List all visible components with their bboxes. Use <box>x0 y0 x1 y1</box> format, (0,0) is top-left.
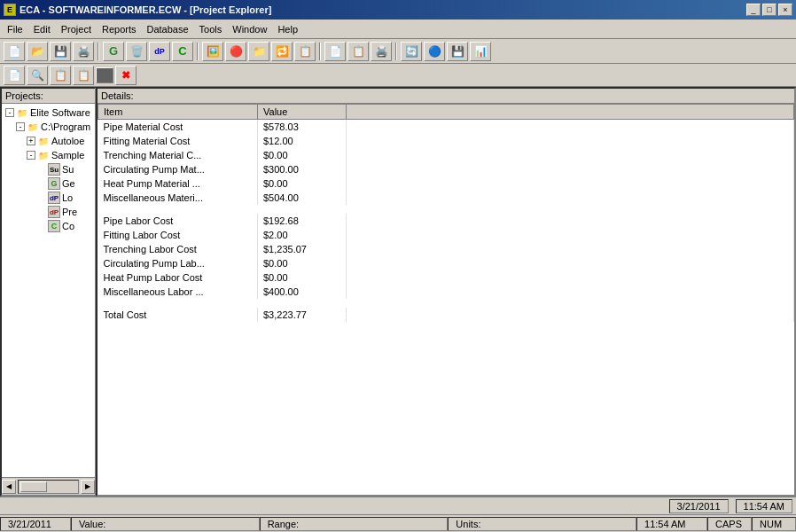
tree-label-lo: Lo <box>62 192 73 203</box>
row-value: $504.00 <box>258 191 347 205</box>
table-row[interactable]: Miscellaneous Materi...$504.00 <box>98 191 794 205</box>
tb-doc2[interactable]: 📄 <box>324 42 346 61</box>
table-row[interactable]: Fitting Labor Cost$2.00 <box>98 228 794 242</box>
tb2-clip2[interactable]: 📋 <box>73 66 94 85</box>
table-row[interactable]: Heat Pump Material ...$0.00 <box>98 176 794 191</box>
expand-sample[interactable]: - <box>27 151 35 160</box>
tb-img[interactable]: 🖼️ <box>202 42 223 61</box>
scroll-right-btn[interactable]: ▶ <box>81 480 95 494</box>
tb2-clip1[interactable]: 📋 <box>50 66 71 85</box>
spacer-row <box>98 299 794 308</box>
scroll-left-btn[interactable]: ◀ <box>2 480 16 494</box>
row-item: Total Cost <box>98 308 258 322</box>
menu-reports[interactable]: Reports <box>97 22 142 36</box>
spacer-row <box>98 205 794 214</box>
tree-item-co[interactable]: C Co <box>35 219 93 233</box>
table-row[interactable]: Circulating Pump Mat...$300.00 <box>98 162 794 176</box>
row-item: Circulating Pump Mat... <box>98 162 258 176</box>
tb-save[interactable]: 💾 <box>50 42 71 61</box>
tb-print2[interactable]: 🖨️ <box>371 42 392 61</box>
table-row[interactable]: Trenching Labor Cost$1,235.07 <box>98 242 794 256</box>
minimize-button[interactable]: _ <box>746 4 761 16</box>
tb-save2[interactable]: 💾 <box>447 42 468 61</box>
tree-item-pre[interactable]: dP Pre <box>35 205 93 219</box>
tb-trash[interactable]: 🗑️ <box>126 42 147 61</box>
tb-folder2[interactable]: 📁 <box>248 42 269 61</box>
folder-icon-autoloe: 📁 <box>37 135 50 147</box>
menu-database[interactable]: Database <box>141 22 193 36</box>
close-button[interactable]: × <box>778 4 792 16</box>
tb-gear[interactable]: 🔄 <box>401 42 422 61</box>
status-bar-top: 3/21/2011 11:54 AM <box>0 497 796 514</box>
tree-label-su: Su <box>62 164 74 175</box>
col-header-value: Value <box>258 105 347 120</box>
tb2-black[interactable] <box>96 67 113 83</box>
tree-item-lo[interactable]: dP Lo <box>35 191 93 205</box>
title-bar-text: E ECA - SOFTWAREINFORMER.ECW - [Project … <box>4 4 271 16</box>
status-range: Range: <box>260 517 449 531</box>
col-header-item: Item <box>98 105 258 120</box>
tree-label-sample: Sample <box>51 150 84 160</box>
tree-item-cprogram[interactable]: - 📁 C:\Program <box>14 120 93 134</box>
toolbar-1: 📄 📂 💾 🖨️ G 🗑️ dP C 🖼️ 🔴 📁 🔁 📋 📄 📋 🖨️ 🔄 🔵… <box>0 39 796 64</box>
tree-item-elite-software[interactable]: - 📁 Elite Software <box>4 106 93 120</box>
table-row[interactable]: Fitting Material Cost$12.00 <box>98 134 794 148</box>
scroll-thumb[interactable] <box>20 481 47 492</box>
separator-3 <box>319 43 321 60</box>
table-row[interactable]: Miscellaneous Labor ...$400.00 <box>98 285 794 299</box>
tb-chart[interactable]: 📊 <box>470 42 491 61</box>
toolbar-2: 📄 🔍 📋 📋 ✖ <box>0 64 796 87</box>
tb2-search[interactable]: 🔍 <box>27 66 48 85</box>
expand-cprogram[interactable]: - <box>16 122 25 131</box>
menu-help[interactable]: Help <box>272 22 303 36</box>
tree-label-elite: Elite Software <box>30 107 90 118</box>
tb-clip[interactable]: 📋 <box>347 42 369 61</box>
title-bar: E ECA - SOFTWAREINFORMER.ECW - [Project … <box>0 0 796 20</box>
tb-g[interactable]: G <box>103 42 124 61</box>
tb-refresh[interactable]: 🔁 <box>271 42 293 61</box>
menu-project[interactable]: Project <box>56 22 97 36</box>
tb-blue[interactable]: 🔵 <box>424 42 445 61</box>
status-units: Units: <box>448 517 636 531</box>
tree-item-sample[interactable]: - 📁 Sample <box>25 148 93 162</box>
maximize-button[interactable]: □ <box>762 4 776 16</box>
tb-new[interactable]: 📄 <box>4 42 25 61</box>
tb-c[interactable]: C <box>172 42 193 61</box>
expand-autoloe[interactable]: + <box>27 137 35 145</box>
row-value: $578.03 <box>258 120 347 135</box>
tree-item-ge[interactable]: G Ge <box>35 176 93 191</box>
row-item: Miscellaneous Labor ... <box>98 285 258 299</box>
menu-window[interactable]: Window <box>227 22 272 36</box>
row-item: Heat Pump Material ... <box>98 176 258 191</box>
table-row[interactable]: Heat Pump Labor Cost$0.00 <box>98 270 794 285</box>
scroll-track[interactable] <box>18 480 79 494</box>
left-scrollbar[interactable]: ◀ ▶ <box>2 477 95 495</box>
table-row[interactable]: Total Cost$3,223.77 <box>98 308 794 322</box>
tb2-close[interactable]: ✖ <box>115 66 137 85</box>
tb-red[interactable]: 🔴 <box>225 42 246 61</box>
icon-lo: dP <box>48 192 60 204</box>
icon-pre: dP <box>48 206 60 218</box>
tb-print[interactable]: 🖨️ <box>73 42 94 61</box>
table-row[interactable]: Circulating Pump Lab...$0.00 <box>98 256 794 270</box>
table-row[interactable]: Trenching Material C...$0.00 <box>98 148 794 162</box>
tree-label-ge: Ge <box>62 178 75 189</box>
menu-file[interactable]: File <box>2 22 28 36</box>
icon-ge: G <box>48 177 60 190</box>
row-item: Trenching Material C... <box>98 148 258 162</box>
status-bar: 3/21/2011 Value: Range: Units: 11:54 AM … <box>0 514 796 532</box>
expand-elite[interactable]: - <box>5 108 14 117</box>
table-row[interactable]: Pipe Material Cost$578.03 <box>98 120 794 135</box>
tree-item-autoloe[interactable]: + 📁 Autoloe <box>25 134 93 148</box>
table-row[interactable]: Pipe Labor Cost$192.68 <box>98 214 794 228</box>
row-value: $192.68 <box>258 214 347 228</box>
tb-grid[interactable]: 📋 <box>294 42 316 61</box>
menu-edit[interactable]: Edit <box>28 22 56 36</box>
tb-dp[interactable]: dP <box>149 42 170 61</box>
tb2-new[interactable]: 📄 <box>4 66 25 85</box>
tree-item-su[interactable]: Su Su <box>35 162 93 176</box>
row-extra <box>347 134 794 148</box>
separator-4 <box>395 43 397 60</box>
menu-tools[interactable]: Tools <box>194 22 228 36</box>
tb-open[interactable]: 📂 <box>27 42 48 61</box>
